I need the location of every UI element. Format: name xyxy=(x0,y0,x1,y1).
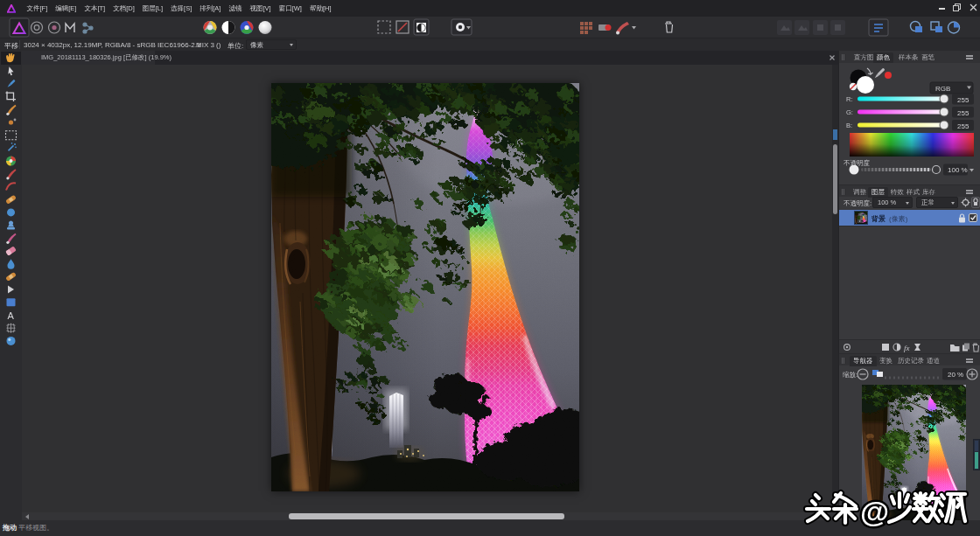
svg-text:fx: fx xyxy=(904,344,910,352)
svg-text:@: @ xyxy=(860,495,889,528)
svg-text:20 %: 20 % xyxy=(948,371,963,379)
svg-text:255: 255 xyxy=(957,96,970,104)
svg-text:A: A xyxy=(8,310,15,321)
svg-text:G:: G: xyxy=(846,108,853,116)
svg-text:R:: R: xyxy=(846,95,853,103)
svg-text:B:: B: xyxy=(846,122,852,129)
svg-text:RGB: RGB xyxy=(935,85,950,93)
svg-text:缩放:: 缩放: xyxy=(843,371,858,379)
svg-text:255: 255 xyxy=(957,122,970,130)
svg-text:100 %: 100 % xyxy=(948,166,968,174)
svg-text:255: 255 xyxy=(957,109,970,117)
